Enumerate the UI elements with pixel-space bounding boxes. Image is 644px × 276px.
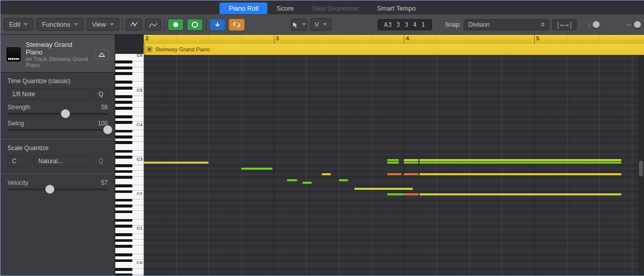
scale-type-select[interactable]: Natural... [34, 156, 91, 167]
svg-point-3 [192, 22, 197, 27]
scale-quantize-title: Scale Quantize [8, 145, 108, 152]
inspector-link-button[interactable] [95, 49, 109, 59]
vertical-scrollbar[interactable] [638, 55, 644, 275]
velocity-value: 57 [101, 179, 108, 186]
tab-smart-tempo[interactable]: Smart Tempo [368, 3, 425, 14]
toolbar: Edit Functions View V A3 3 3 4 1 [1, 15, 644, 35]
inspector-panel: Steinway Grand Piano on Track Steinway G… [1, 35, 115, 275]
swing-slider[interactable]: Swing100 [8, 120, 108, 131]
tab-score[interactable]: Score [267, 3, 303, 14]
midi-note[interactable] [241, 168, 272, 170]
midi-note[interactable] [387, 193, 401, 195]
time-quantize-button[interactable]: Q [94, 89, 108, 100]
scale-quantize-button[interactable]: Q [94, 156, 108, 167]
snap-label: Snap: [445, 21, 461, 28]
midi-note[interactable] [419, 159, 621, 161]
alt-tool-select[interactable]: V [310, 18, 331, 31]
velocity-slider[interactable]: Velocity57 [8, 179, 108, 190]
velocity-label: Velocity [8, 179, 28, 186]
svg-rect-4 [99, 56, 105, 57]
track-name: Steinway Grand Piano [26, 41, 90, 56]
automation-toggle-icon[interactable] [126, 19, 142, 31]
midi-note[interactable] [303, 182, 312, 184]
midi-note[interactable] [387, 162, 399, 164]
scale-root-select[interactable]: C [8, 156, 31, 167]
midi-note[interactable] [339, 179, 348, 181]
catch-playhead-icon[interactable] [168, 19, 184, 31]
time-quantize-title: Time Quantize (classic) [8, 78, 108, 85]
editor-tabs: Piano Roll Score Step Sequencer Smart Te… [1, 1, 644, 15]
time-ruler[interactable]: 2345 [144, 35, 644, 44]
midi-note[interactable] [287, 179, 298, 181]
track-header: Steinway Grand Piano on Track Steinway G… [1, 35, 115, 73]
instrument-icon [7, 47, 21, 61]
midi-note[interactable] [144, 162, 208, 164]
track-subtitle: on Track Steinway Grand Piano [26, 56, 90, 68]
piano-roll: 2345 Steinway Grand Piano C6C5C4C3C2C1C0 [115, 35, 644, 275]
view-menu[interactable]: View [87, 18, 119, 31]
edit-menu[interactable]: Edit [4, 18, 33, 31]
midi-note[interactable] [404, 159, 418, 161]
midi-note[interactable] [419, 193, 621, 195]
pointer-tool-icon[interactable] [291, 19, 307, 31]
live-loops-icon[interactable] [187, 19, 203, 31]
tab-piano-roll[interactable]: Piano Roll [220, 3, 267, 14]
midi-note[interactable] [419, 173, 621, 175]
strength-label: Strength [8, 104, 30, 111]
zoom-vertical[interactable]: ↕ [588, 21, 600, 28]
svg-point-1 [134, 24, 136, 26]
midi-note[interactable] [387, 159, 399, 161]
info-display: A3 3 3 4 1 [378, 19, 432, 30]
play-icon [147, 46, 153, 52]
midi-note[interactable] [387, 173, 401, 175]
strength-value: 58 [101, 104, 108, 111]
svg-point-0 [132, 22, 134, 24]
midi-note[interactable] [404, 193, 418, 195]
time-quantize-select[interactable]: 1/8 Note [8, 89, 91, 100]
swing-label: Swing [8, 120, 24, 127]
region-name: Steinway Grand Piano [155, 46, 210, 52]
midi-note[interactable] [322, 173, 331, 175]
midi-in-icon[interactable] [209, 19, 226, 31]
midi-note[interactable] [404, 173, 418, 175]
region-header[interactable]: Steinway Grand Piano [144, 44, 644, 55]
tab-step-sequencer: Step Sequencer [303, 3, 368, 14]
flex-toggle-icon[interactable] [145, 19, 161, 31]
functions-menu[interactable]: Functions [36, 18, 83, 31]
midi-note[interactable] [419, 162, 621, 164]
svg-point-2 [173, 22, 178, 27]
midi-note[interactable] [354, 188, 383, 190]
zoom-horizontal[interactable]: ↔ [626, 21, 641, 28]
note-grid[interactable] [144, 55, 644, 275]
snap-select[interactable]: Division [464, 19, 549, 30]
strength-slider[interactable]: Strength58 [8, 104, 108, 115]
link-icon[interactable] [229, 19, 245, 31]
midi-note[interactable] [404, 162, 418, 164]
piano-keyboard[interactable]: C6C5C4C3C2C1C0 [115, 55, 144, 275]
snap-boundary-icon[interactable]: |←→| [552, 19, 577, 30]
